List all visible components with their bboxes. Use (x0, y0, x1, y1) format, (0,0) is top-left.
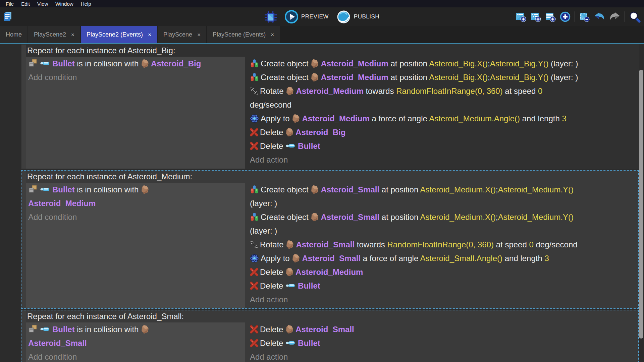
add-new-icon[interactable] (560, 11, 571, 22)
tab-playscene2-events[interactable]: PlayScene2 (Events)× (81, 26, 157, 43)
text-segment: Asteroid_Medium (321, 59, 388, 68)
tab-playscene2[interactable]: PlayScene2× (28, 26, 80, 43)
tab-close-icon[interactable]: × (148, 32, 151, 38)
text-segment: Bullet (298, 339, 320, 348)
text-segment: Asteroid_Medium (321, 73, 388, 82)
tab-bar: HomePlayScene2×PlayScene2 (Events)×PlayS… (0, 26, 644, 44)
menu-item-window[interactable]: Window (52, 1, 77, 7)
asteroid-icon (292, 254, 300, 263)
conditions-column: Bullet is in collision with Asteroid_Med… (26, 183, 245, 308)
text-segment: Asteroid_Big (296, 128, 345, 137)
preview-button[interactable]: PREVIEW (284, 10, 329, 24)
debug-icon[interactable] (265, 11, 277, 23)
actions-column: Delete Asteroid_SmallDelete BulletAdd ac… (245, 322, 638, 362)
add-action-button[interactable]: Add action (250, 293, 636, 306)
action[interactable]: Delete Bullet (250, 279, 636, 293)
event-drag-handle[interactable] (21, 310, 26, 362)
unselect-icon[interactable] (579, 11, 590, 22)
menu-bar: FileEditViewWindowHelp (0, 0, 644, 7)
action[interactable]: Create object Asteroid_Medium at positio… (250, 57, 636, 70)
event-header[interactable]: Repeat for each instance of Asteroid_Big… (26, 45, 638, 57)
condition[interactable]: Bullet is in collision with Asteroid_Med… (28, 183, 243, 210)
text-segment: Asteroid_Small.Angle() (420, 254, 502, 263)
action[interactable]: Delete Bullet (250, 139, 636, 153)
action[interactable]: Delete Bullet (250, 336, 636, 350)
bullet-icon (40, 186, 51, 192)
event-block[interactable]: Repeat for each instance of Asteroid_Med… (21, 170, 639, 309)
menu-item-file[interactable]: File (2, 1, 17, 7)
tab-label: PlayScene (Events) (213, 31, 266, 38)
bullet-icon (285, 283, 296, 289)
text-segment: Asteroid_Medium.X() (420, 185, 496, 194)
text-segment: Create object (261, 59, 311, 68)
event-block[interactable]: Repeat for each instance of Asteroid_Big… (21, 44, 639, 169)
undo-icon[interactable] (594, 11, 605, 22)
tab-close-icon[interactable]: × (71, 32, 74, 38)
toolbar-separator (625, 11, 625, 22)
app-icon[interactable] (3, 11, 13, 22)
add-condition-button[interactable]: Add condition (28, 70, 243, 84)
add-action-button[interactable]: Add action (250, 350, 636, 362)
tab-playscene[interactable]: PlayScene× (158, 26, 206, 43)
text-segment: Asteroid_Medium (28, 199, 96, 208)
add-subevent-icon[interactable] (530, 11, 541, 22)
add-condition-button[interactable]: Add condition (28, 210, 243, 224)
publish-globe-icon (336, 9, 351, 24)
action[interactable]: Delete Asteroid_Small (250, 322, 636, 336)
text-segment: 0 (538, 86, 542, 96)
menu-item-help[interactable]: Help (77, 1, 95, 7)
action[interactable]: Create object Asteroid_Small at position… (250, 210, 636, 238)
condition[interactable]: Bullet is in collision with Asteroid_Sma… (28, 322, 243, 350)
tab-close-icon[interactable]: × (271, 32, 274, 38)
add-comment-icon[interactable] (545, 11, 556, 22)
action[interactable]: Create object Asteroid_Small at position… (250, 183, 636, 210)
text-segment: and length (502, 254, 544, 263)
condition[interactable]: Bullet is in collision with Asteroid_Big (28, 57, 243, 70)
text-segment: at position (379, 185, 420, 194)
text-segment: RandomFloatInRange(0, 360) (396, 86, 503, 96)
redo-icon[interactable] (609, 11, 621, 22)
actions-column: Create object Asteroid_Medium at positio… (245, 57, 638, 169)
search-icon[interactable] (629, 11, 641, 23)
add-action-button[interactable]: Add action (250, 153, 636, 167)
action[interactable]: Rotate Asteroid_Medium towards RandomFlo… (250, 84, 636, 112)
text-segment: at speed (503, 86, 538, 96)
event-block[interactable]: Repeat for each instance of Asteroid_Sma… (21, 310, 639, 362)
action[interactable]: Create object Asteroid_Medium at positio… (250, 70, 636, 84)
create-icon (250, 213, 259, 222)
tab-home[interactable]: Home (0, 26, 28, 43)
text-segment: (layer: ) (250, 226, 277, 235)
menu-item-edit[interactable]: Edit (17, 1, 34, 7)
text-segment: (layer: ) (250, 199, 277, 208)
event-drag-handle[interactable] (21, 45, 26, 169)
action[interactable]: Apply to Asteroid_Medium a force of angl… (250, 112, 636, 125)
text-segment: a force of angle (370, 114, 429, 123)
action[interactable]: Rotate Asteroid_Small towards RandomFloa… (250, 238, 636, 251)
text-segment: Rotate (260, 240, 286, 249)
event-header[interactable]: Repeat for each instance of Asteroid_Med… (26, 171, 638, 183)
delete-icon (250, 128, 258, 136)
action[interactable]: Delete Asteroid_Medium (250, 265, 636, 279)
text-segment: towards (364, 86, 396, 96)
text-segment: and length (520, 114, 562, 123)
add-event-icon[interactable] (516, 11, 526, 22)
action[interactable]: Apply to Asteroid_Small a force of angle… (250, 251, 636, 265)
vertical-scrollbar[interactable] (639, 70, 643, 339)
text-segment: Asteroid_Small (321, 213, 379, 222)
text-segment: Delete (260, 339, 285, 348)
force-icon (250, 114, 259, 123)
action[interactable]: Delete Asteroid_Big (250, 125, 636, 139)
event-drag-handle[interactable] (21, 171, 26, 308)
text-segment: Asteroid_Medium (302, 114, 369, 123)
bullet-icon (40, 60, 51, 66)
publish-button[interactable]: PUBLISH (336, 9, 379, 24)
event-header[interactable]: Repeat for each instance of Asteroid_Sma… (26, 310, 638, 322)
text-segment: Create object (261, 185, 311, 194)
tab-close-icon[interactable]: × (197, 32, 201, 38)
menu-item-view[interactable]: View (34, 1, 52, 7)
tab-playscene-events[interactable]: PlayScene (Events)× (207, 26, 280, 43)
delete-icon (250, 339, 258, 347)
text-segment: a force of angle (361, 254, 420, 263)
add-condition-button[interactable]: Add condition (28, 350, 243, 362)
asteroid-icon (141, 325, 149, 334)
